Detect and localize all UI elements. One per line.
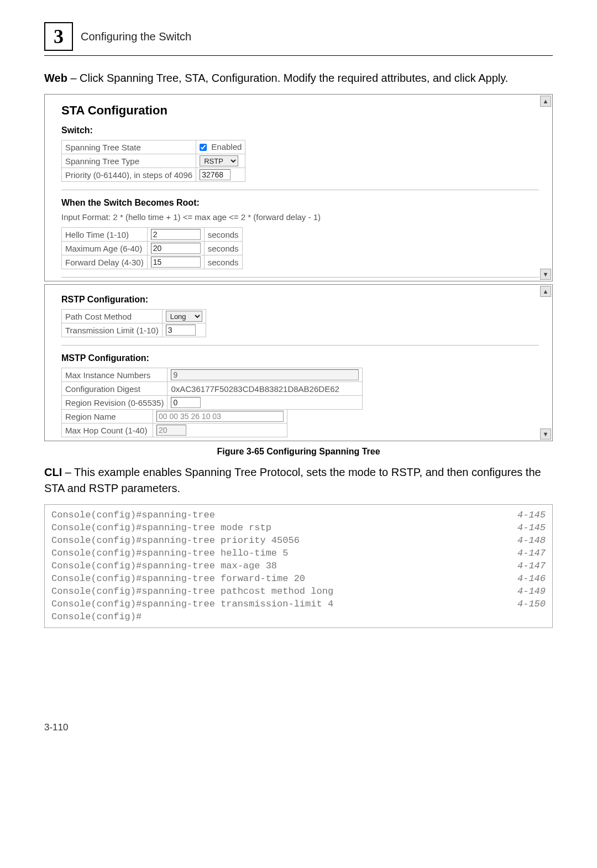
cli-ref: 4-148 bbox=[506, 535, 546, 547]
cli-cmd: Console(config)# bbox=[51, 611, 142, 624]
region-revision-input[interactable] bbox=[171, 397, 201, 408]
cli-line: Console(config)#spanning-tree forward-ti… bbox=[51, 573, 546, 585]
transmission-limit-label: Transmission Limit (1-10) bbox=[62, 323, 163, 337]
rstp-table: Path Cost Method Long Transmission Limit… bbox=[61, 309, 206, 337]
cli-example-box: Console(config)#spanning-tree4-145 Conso… bbox=[44, 504, 553, 628]
section-divider bbox=[61, 345, 539, 346]
table-row: Region Revision (0-65535) bbox=[62, 396, 363, 410]
table-row: Region Name bbox=[62, 410, 287, 423]
forward-delay-unit: seconds bbox=[204, 255, 242, 269]
web-instructions: Web – Click Spanning Tree, STA, Configur… bbox=[44, 70, 553, 86]
table-row: Spanning Tree Type RSTP bbox=[62, 154, 245, 168]
page-header: 3 Configuring the Switch bbox=[44, 22, 553, 51]
scroll-down-icon[interactable]: ▼ bbox=[540, 428, 551, 440]
max-age-input[interactable] bbox=[151, 243, 201, 254]
mstp-heading: MSTP Configuration: bbox=[61, 353, 539, 363]
table-row: Transmission Limit (1-10) bbox=[62, 323, 206, 337]
cli-cmd: Console(config)#spanning-tree mode rstp bbox=[51, 522, 271, 535]
table-row: Hello Time (1-10) seconds bbox=[62, 228, 243, 242]
table-row: Spanning Tree State Enabled bbox=[62, 140, 245, 154]
cli-cmd: Console(config)#spanning-tree transmissi… bbox=[51, 598, 333, 611]
cli-cmd: Console(config)#spanning-tree pathcost m… bbox=[51, 585, 333, 598]
cli-cmd: Console(config)#spanning-tree forward-ti… bbox=[51, 573, 305, 585]
table-row: Maximum Age (6-40) seconds bbox=[62, 242, 243, 255]
cli-ref bbox=[535, 611, 546, 624]
cli-cmd: Console(config)#spanning-tree priority 4… bbox=[51, 535, 300, 547]
scroll-up-icon[interactable]: ▲ bbox=[540, 96, 551, 107]
table-row: Priority (0-61440), in steps of 4096 bbox=[62, 168, 245, 182]
cli-text: – This example enables Spanning Tree Pro… bbox=[44, 466, 541, 494]
config-digest-label: Configuration Digest bbox=[62, 382, 167, 396]
transmission-limit-input[interactable] bbox=[166, 325, 196, 336]
table-row: Forward Delay (4-30) seconds bbox=[62, 255, 243, 269]
chapter-title: Configuring the Switch bbox=[81, 30, 191, 43]
figure-caption: Figure 3-65 Configuring Spanning Tree bbox=[44, 447, 553, 457]
config-digest-value: 0xAC36177F50283CD4B83821D8AB26DE62 bbox=[167, 382, 363, 396]
spanning-tree-type-select[interactable]: RSTP bbox=[200, 155, 238, 166]
max-instance-label: Max Instance Numbers bbox=[62, 368, 167, 382]
cli-cmd: Console(config)#spanning-tree max-age 38 bbox=[51, 560, 277, 573]
page-number: 3-110 bbox=[44, 722, 553, 733]
cli-ref: 4-146 bbox=[506, 573, 546, 585]
cli-line: Console(config)#spanning-tree max-age 38… bbox=[51, 560, 546, 573]
priority-label: Priority (0-61440), in steps of 4096 bbox=[62, 168, 196, 182]
max-hop-input bbox=[156, 425, 186, 436]
web-label: Web bbox=[44, 72, 67, 84]
cli-line: Console(config)# bbox=[51, 611, 546, 624]
sta-screenshot-lower: ▲ ▼ RSTP Configuration: Path Cost Method… bbox=[44, 284, 553, 441]
path-cost-label: Path Cost Method bbox=[62, 310, 163, 323]
cli-line: Console(config)#spanning-tree4-145 bbox=[51, 509, 546, 522]
table-row: Max Instance Numbers bbox=[62, 368, 363, 382]
hello-time-unit: seconds bbox=[204, 228, 242, 242]
cli-ref: 4-145 bbox=[506, 522, 546, 535]
forward-delay-input[interactable] bbox=[151, 257, 201, 268]
max-instance-value bbox=[171, 369, 359, 380]
max-age-label: Maximum Age (6-40) bbox=[62, 242, 148, 255]
section-divider bbox=[61, 190, 539, 190]
header-divider bbox=[44, 55, 553, 56]
scroll-up-icon[interactable]: ▲ bbox=[540, 286, 551, 297]
mstp-table-2: Region Name Max Hop Count (1-40) bbox=[61, 409, 287, 437]
spanning-tree-state-value: Enabled bbox=[196, 140, 245, 154]
mstp-table: Max Instance Numbers Configuration Diges… bbox=[61, 368, 363, 410]
scroll-down-icon[interactable]: ▼ bbox=[540, 269, 551, 280]
cli-ref: 4-149 bbox=[506, 585, 546, 598]
spanning-tree-state-label: Spanning Tree State bbox=[62, 140, 196, 154]
cli-line: Console(config)#spanning-tree priority 4… bbox=[51, 535, 546, 547]
cli-ref: 4-147 bbox=[506, 547, 546, 560]
region-name-input[interactable] bbox=[156, 411, 284, 422]
cli-ref: 4-147 bbox=[506, 560, 546, 573]
sta-screenshot-upper: ▲ ▼ STA Configuration Switch: Spanning T… bbox=[44, 94, 553, 281]
table-row: Max Hop Count (1-40) bbox=[62, 423, 287, 437]
path-cost-select[interactable]: Long bbox=[166, 311, 202, 322]
cli-line: Console(config)#spanning-tree hello-time… bbox=[51, 547, 546, 560]
switch-heading: Switch: bbox=[61, 126, 539, 135]
spanning-tree-type-label: Spanning Tree Type bbox=[62, 154, 196, 168]
section-divider bbox=[61, 277, 539, 278]
cli-cmd: Console(config)#spanning-tree bbox=[51, 509, 215, 522]
table-row: Configuration Digest 0xAC36177F50283CD4B… bbox=[62, 382, 363, 396]
rstp-heading: RSTP Configuration: bbox=[61, 295, 539, 305]
max-age-unit: seconds bbox=[204, 242, 242, 255]
enabled-checkbox[interactable] bbox=[200, 144, 207, 151]
root-table: Hello Time (1-10) seconds Maximum Age (6… bbox=[61, 227, 243, 269]
hello-time-label: Hello Time (1-10) bbox=[62, 228, 148, 242]
max-hop-label: Max Hop Count (1-40) bbox=[62, 423, 153, 437]
hello-time-input[interactable] bbox=[151, 229, 201, 240]
cli-instructions: CLI – This example enables Spanning Tree… bbox=[44, 464, 553, 496]
table-row: Path Cost Method Long bbox=[62, 310, 206, 323]
cli-line: Console(config)#spanning-tree mode rstp4… bbox=[51, 522, 546, 535]
priority-input[interactable] bbox=[200, 169, 231, 180]
cli-label: CLI bbox=[44, 466, 62, 478]
switch-table: Spanning Tree State Enabled Spanning Tre… bbox=[61, 140, 245, 182]
cli-cmd: Console(config)#spanning-tree hello-time… bbox=[51, 547, 288, 560]
root-heading: When the Switch Becomes Root: bbox=[61, 198, 539, 208]
cli-ref: 4-150 bbox=[506, 598, 546, 611]
input-format-note: Input Format: 2 * (hello time + 1) <= ma… bbox=[61, 212, 539, 222]
region-revision-label: Region Revision (0-65535) bbox=[62, 396, 167, 410]
chapter-number-badge: 3 bbox=[44, 22, 73, 51]
region-name-label: Region Name bbox=[62, 410, 153, 423]
cli-line: Console(config)#spanning-tree transmissi… bbox=[51, 598, 546, 611]
sta-config-title: STA Configuration bbox=[61, 103, 539, 118]
web-text: – Click Spanning Tree, STA, Configuratio… bbox=[67, 72, 508, 84]
